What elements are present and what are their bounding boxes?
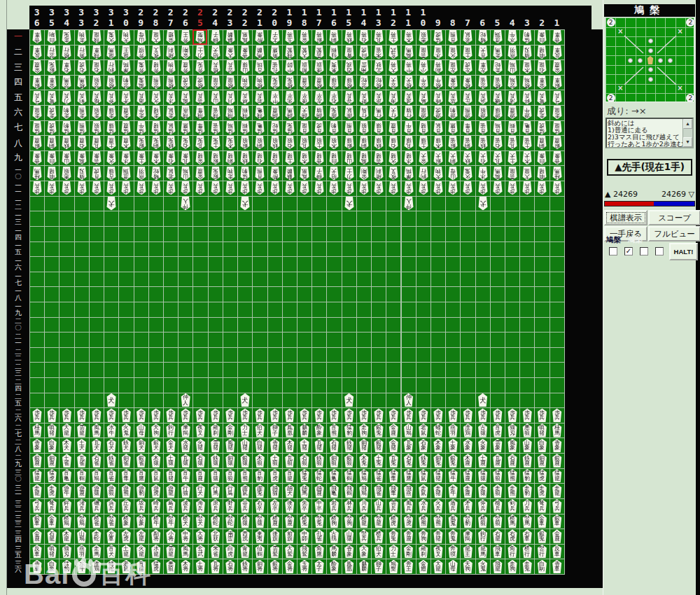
shogi-piece[interactable]: 鉄将 — [343, 30, 356, 44]
shogi-piece[interactable]: 山猪 — [343, 151, 356, 165]
shogi-piece[interactable]: 大将 — [194, 529, 206, 543]
shogi-piece[interactable]: 猫刄 — [506, 424, 519, 438]
shogi-piece[interactable]: 右虎 — [76, 60, 88, 74]
shogi-piece[interactable]: 猛豹 — [60, 121, 73, 135]
shogi-piece[interactable]: 歩兵 — [179, 408, 192, 422]
shogi-piece[interactable]: 土鹿 — [477, 454, 489, 468]
shogi-piece[interactable]: 風猪 — [358, 151, 370, 165]
shogi-piece[interactable]: 反車 — [31, 46, 43, 59]
shogi-piece[interactable]: 走猿 — [105, 106, 118, 120]
shogi-piece[interactable]: 角行 — [76, 46, 88, 59]
shogi-piece[interactable]: 竪豹 — [120, 76, 132, 90]
shogi-piece[interactable]: 銀兎 — [209, 167, 222, 181]
shogi-piece[interactable]: 盲鷹 — [447, 121, 459, 135]
shogi-piece[interactable]: 横狼 — [477, 514, 489, 528]
shogi-piece[interactable]: 弓兵 — [31, 91, 43, 105]
shogi-piece[interactable]: 鉄雀 — [105, 454, 118, 468]
shogi-piece[interactable]: 歩兵 — [194, 408, 206, 422]
shogi-piece[interactable]: 谷兵 — [343, 91, 356, 105]
shogi-piece[interactable]: 行馬 — [372, 106, 385, 120]
shogi-piece[interactable]: 銀猪 — [372, 439, 385, 453]
shogi-piece[interactable]: 金翅 — [417, 560, 430, 574]
shogi-piece[interactable]: 南蛮 — [358, 60, 370, 74]
shogi-piece[interactable]: 奔猪 — [150, 60, 162, 74]
shogi-piece[interactable]: 盲熊 — [343, 121, 356, 135]
shogi-piece[interactable]: 竪鳩 — [76, 514, 88, 528]
shogi-piece[interactable]: 銀兎 — [46, 60, 58, 74]
shogi-piece[interactable]: 竪鹿 — [284, 514, 296, 528]
shogi-piece[interactable]: 金鹿 — [31, 60, 43, 74]
shogi-piece[interactable]: 走虎 — [536, 106, 548, 120]
shogi-piece[interactable]: 遊牛 — [60, 484, 73, 498]
shogi-piece[interactable]: 遊豹 — [447, 106, 459, 120]
shogi-piece[interactable]: 歩兵 — [120, 181, 132, 195]
shogi-piece[interactable]: 遊狼 — [477, 106, 489, 120]
shogi-piece[interactable]: 桂馬 — [31, 424, 43, 438]
shogi-piece[interactable]: 竪象 — [447, 76, 459, 90]
shogi-piece[interactable]: 酔象 — [253, 30, 266, 44]
shogi-piece[interactable]: 山象 — [521, 439, 533, 453]
shogi-piece[interactable]: 横行 — [60, 46, 73, 59]
shogi-piece[interactable]: 金鹿 — [387, 424, 400, 438]
shogi-piece[interactable]: 槍兵 — [90, 91, 103, 105]
shogi-piece[interactable]: 右車 — [521, 529, 533, 543]
shogi-piece[interactable]: 猫刄 — [76, 167, 88, 181]
shogi-piece[interactable]: 金鹿 — [551, 529, 564, 543]
shogi-piece[interactable]: 水龍 — [432, 46, 444, 59]
shogi-piece[interactable]: 弩兵 — [536, 499, 548, 513]
shogi-piece[interactable]: 歩兵 — [90, 181, 103, 195]
shogi-piece[interactable]: 白駒 — [536, 560, 548, 574]
shogi-piece[interactable]: 走龍 — [551, 106, 564, 120]
shogi-piece[interactable]: 狛犬 — [372, 545, 385, 559]
shogi-piece[interactable]: 火鬼 — [120, 424, 132, 438]
shogi-piece[interactable]: 犬 — [239, 197, 251, 211]
shogi-piece[interactable]: 猛猪 — [150, 121, 162, 135]
shogi-piece[interactable]: 歩兵 — [150, 408, 162, 422]
shogi-piece[interactable]: 老鼠 — [461, 30, 474, 44]
shogi-piece[interactable]: 盲亀 — [521, 121, 533, 135]
shogi-piece[interactable]: 歩兵 — [164, 408, 177, 422]
shogi-piece[interactable]: 歩兵 — [521, 181, 533, 195]
shogi-piece[interactable]: 先卒 — [284, 91, 296, 105]
option-checkbox-4[interactable] — [655, 247, 664, 255]
shogi-piece[interactable]: 竪馬 — [60, 76, 73, 90]
shogi-piece[interactable]: 歩兵 — [60, 408, 73, 422]
shogi-piece[interactable]: 金鹿 — [194, 167, 206, 181]
scroll-down-arrow[interactable]: ▼ — [683, 137, 692, 147]
shogi-piece[interactable]: 土犬 — [506, 151, 519, 165]
shogi-piece[interactable]: 土狼 — [313, 136, 326, 150]
shogi-piece[interactable]: 土将 — [194, 560, 206, 574]
shogi-piece[interactable]: 風兵 — [402, 499, 415, 513]
shogi-piece[interactable]: 猛鷹 — [179, 121, 192, 135]
shogi-piece[interactable]: 土兎 — [209, 136, 222, 150]
shogi-piece[interactable]: 猛龍 — [31, 469, 43, 483]
shogi-piece[interactable]: 歩兵 — [209, 181, 222, 195]
shogi-piece[interactable]: 飛鳩 — [358, 484, 370, 498]
shogi-piece[interactable]: 歩兵 — [432, 181, 444, 195]
shogi-piece[interactable]: 古猿 — [105, 167, 118, 181]
shogi-piece[interactable]: 土雀 — [521, 136, 533, 150]
shogi-piece[interactable]: 金猪 — [387, 439, 400, 453]
shogi-piece[interactable]: 盲熊 — [447, 30, 459, 44]
shogi-piece[interactable]: 銀雀 — [135, 454, 148, 468]
shogi-piece[interactable]: 飛鷲 — [298, 545, 311, 559]
shogi-piece[interactable]: 横兵 — [372, 529, 385, 543]
shogi-piece[interactable]: 歩兵 — [239, 181, 251, 195]
shogi-piece[interactable]: 歩兵 — [76, 181, 88, 195]
shogi-piece[interactable]: 左虎 — [461, 60, 474, 74]
shogi-piece[interactable]: 横犬 — [179, 514, 192, 528]
shogi-piece[interactable]: 左卒 — [269, 499, 281, 513]
shogi-piece[interactable]: 銀兎 — [447, 454, 459, 468]
shogi-piece[interactable]: 横龍 — [224, 76, 237, 90]
shogi-piece[interactable]: 銀将 — [269, 560, 281, 574]
shogi-piece[interactable]: 左車 — [477, 60, 489, 74]
shogi-piece[interactable]: 奔王 — [402, 560, 415, 574]
shogi-piece[interactable]: 南蛮 — [224, 529, 237, 543]
shogi-piece[interactable]: 犬 — [105, 393, 118, 407]
shogi-piece[interactable]: 前旗 — [298, 60, 311, 74]
shogi-piece[interactable]: 峰兵 — [150, 499, 162, 513]
shogi-piece[interactable]: 猛熊 — [76, 121, 88, 135]
shogi-piece[interactable]: 風馬 — [90, 424, 103, 438]
shogi-piece[interactable]: 竪熊 — [150, 76, 162, 90]
shogi-piece[interactable]: 水牛 — [105, 424, 118, 438]
